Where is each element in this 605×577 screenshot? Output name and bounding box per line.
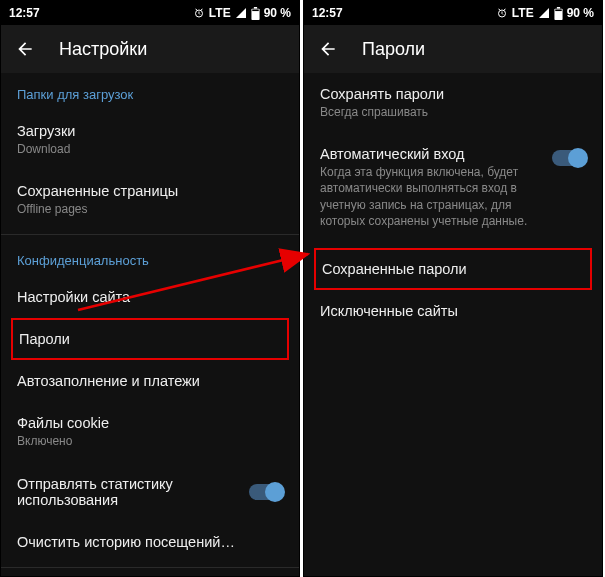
battery-icon (251, 7, 260, 20)
status-bar: 12:57 LTE 90 % (304, 1, 602, 25)
section-downloads: Папки для загрузок (1, 73, 299, 110)
label: Сохраненные пароли (322, 261, 584, 277)
item-save-passwords[interactable]: Сохранять пароли Всегда спрашивать (304, 73, 602, 133)
page-title: Пароли (362, 39, 425, 60)
divider (1, 567, 299, 568)
signal-icon (538, 7, 550, 19)
item-autofill[interactable]: Автозаполнение и платежи (1, 360, 299, 402)
sublabel: Download (17, 141, 283, 157)
item-downloads[interactable]: Загрузки Download (1, 110, 299, 170)
label: Отправлять статистику использования (17, 476, 249, 508)
status-right: LTE 90 % (496, 6, 594, 20)
toggle-switch[interactable] (249, 484, 283, 500)
item-saved-pages[interactable]: Сохраненные страницы Offline pages (1, 170, 299, 230)
item-auto-login[interactable]: Автоматический вход Когда эта функция вк… (304, 133, 602, 242)
sublabel: Offline pages (17, 201, 283, 217)
passwords-list: Сохранять пароли Всегда спрашивать Автом… (304, 73, 602, 576)
app-bar: Пароли (304, 25, 602, 73)
arrow-left-icon (15, 39, 35, 59)
battery-icon (554, 7, 563, 20)
status-bar: 12:57 LTE 90 % (1, 1, 299, 25)
status-right: LTE 90 % (193, 6, 291, 20)
item-passwords[interactable]: Пароли (11, 318, 289, 360)
back-button[interactable] (15, 39, 35, 59)
svg-rect-6 (557, 7, 560, 9)
phone-left: 12:57 LTE 90 % Настройки Папки для загру… (0, 0, 300, 577)
toggle-switch[interactable] (552, 150, 586, 166)
item-usage-stats[interactable]: Отправлять статистику использования (1, 463, 299, 521)
item-saved-passwords[interactable]: Сохраненные пароли (314, 248, 592, 290)
sublabel: Когда эта функция включена, будет автома… (320, 164, 542, 229)
status-net: LTE (209, 6, 231, 20)
label: Автоматический вход (320, 146, 542, 162)
section-privacy: Конфиденциальность (1, 239, 299, 276)
back-button[interactable] (318, 39, 338, 59)
item-excluded-sites[interactable]: Исключенные сайты (304, 290, 602, 332)
sublabel: Всегда спрашивать (320, 104, 586, 120)
svg-rect-2 (254, 7, 257, 9)
status-time: 12:57 (312, 6, 343, 20)
page-title: Настройки (59, 39, 147, 60)
signal-icon (235, 7, 247, 19)
label: Очистить историю посещений… (17, 534, 283, 550)
item-clear-history[interactable]: Очистить историю посещений… (1, 521, 299, 563)
item-cookies[interactable]: Файлы cookie Включено (1, 402, 299, 462)
divider (1, 234, 299, 235)
label: Сохраненные страницы (17, 183, 283, 199)
label: Загрузки (17, 123, 283, 139)
label: Пароли (19, 331, 281, 347)
label: Настройки сайта (17, 289, 283, 305)
label: Файлы cookie (17, 415, 283, 431)
label: Сохранять пароли (320, 86, 586, 102)
item-site-settings[interactable]: Настройки сайта (1, 276, 299, 318)
label: Автозаполнение и платежи (17, 373, 283, 389)
phone-right: 12:57 LTE 90 % Пароли Сохранять пароли В… (303, 0, 603, 577)
status-net: LTE (512, 6, 534, 20)
settings-list: Папки для загрузок Загрузки Download Сох… (1, 73, 299, 576)
app-bar: Настройки (1, 25, 299, 73)
sublabel: Включено (17, 433, 283, 449)
alarm-icon (193, 7, 205, 19)
alarm-icon (496, 7, 508, 19)
label: Исключенные сайты (320, 303, 586, 319)
status-battery: 90 % (264, 6, 291, 20)
section-help: Справка (1, 572, 299, 576)
svg-rect-3 (252, 9, 259, 11)
arrow-left-icon (318, 39, 338, 59)
svg-rect-7 (555, 9, 562, 11)
status-battery: 90 % (567, 6, 594, 20)
status-time: 12:57 (9, 6, 40, 20)
